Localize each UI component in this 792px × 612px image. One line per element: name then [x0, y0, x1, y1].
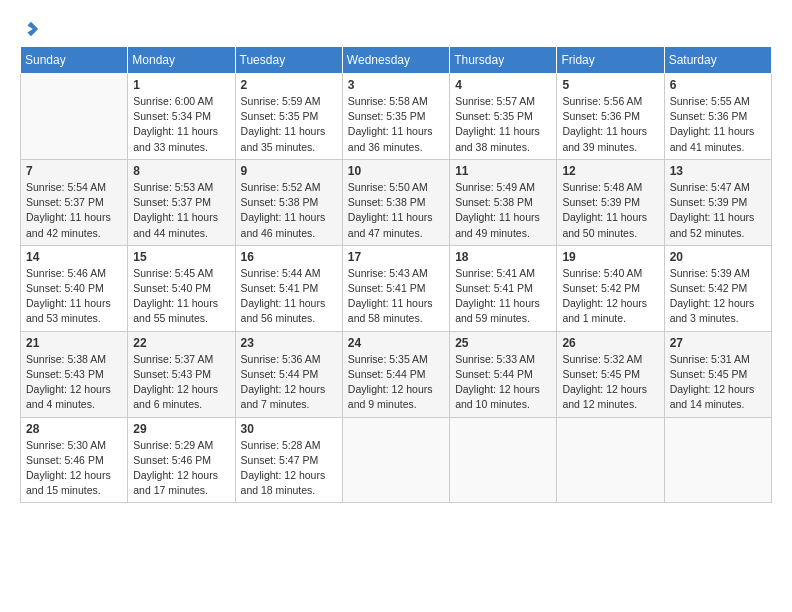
day-info: Sunrise: 5:38 AMSunset: 5:43 PMDaylight:… — [26, 352, 122, 413]
calendar-empty-cell — [342, 417, 449, 503]
day-info: Sunrise: 5:36 AMSunset: 5:44 PMDaylight:… — [241, 352, 337, 413]
day-number: 26 — [562, 336, 658, 350]
day-number: 28 — [26, 422, 122, 436]
day-number: 23 — [241, 336, 337, 350]
day-number: 29 — [133, 422, 229, 436]
day-number: 2 — [241, 78, 337, 92]
day-number: 30 — [241, 422, 337, 436]
day-number: 10 — [348, 164, 444, 178]
day-info: Sunrise: 5:43 AMSunset: 5:41 PMDaylight:… — [348, 266, 444, 327]
day-info: Sunrise: 5:30 AMSunset: 5:46 PMDaylight:… — [26, 438, 122, 499]
calendar-day-cell: 22Sunrise: 5:37 AMSunset: 5:43 PMDayligh… — [128, 331, 235, 417]
calendar-day-cell: 30Sunrise: 5:28 AMSunset: 5:47 PMDayligh… — [235, 417, 342, 503]
day-number: 17 — [348, 250, 444, 264]
day-number: 18 — [455, 250, 551, 264]
day-number: 20 — [670, 250, 766, 264]
day-info: Sunrise: 5:58 AMSunset: 5:35 PMDaylight:… — [348, 94, 444, 155]
day-info: Sunrise: 5:39 AMSunset: 5:42 PMDaylight:… — [670, 266, 766, 327]
logo-icon — [22, 20, 40, 38]
day-info: Sunrise: 5:59 AMSunset: 5:35 PMDaylight:… — [241, 94, 337, 155]
calendar-day-cell: 14Sunrise: 5:46 AMSunset: 5:40 PMDayligh… — [21, 245, 128, 331]
calendar-day-cell: 27Sunrise: 5:31 AMSunset: 5:45 PMDayligh… — [664, 331, 771, 417]
calendar-empty-cell — [21, 74, 128, 160]
day-number: 7 — [26, 164, 122, 178]
calendar-day-cell: 21Sunrise: 5:38 AMSunset: 5:43 PMDayligh… — [21, 331, 128, 417]
day-number: 13 — [670, 164, 766, 178]
day-info: Sunrise: 5:55 AMSunset: 5:36 PMDaylight:… — [670, 94, 766, 155]
day-info: Sunrise: 5:37 AMSunset: 5:43 PMDaylight:… — [133, 352, 229, 413]
calendar-day-cell: 13Sunrise: 5:47 AMSunset: 5:39 PMDayligh… — [664, 159, 771, 245]
day-header: Tuesday — [235, 47, 342, 74]
day-number: 27 — [670, 336, 766, 350]
calendar-week-row: 1Sunrise: 6:00 AMSunset: 5:34 PMDaylight… — [21, 74, 772, 160]
day-header: Monday — [128, 47, 235, 74]
calendar-table: SundayMondayTuesdayWednesdayThursdayFrid… — [20, 46, 772, 503]
calendar-day-cell: 24Sunrise: 5:35 AMSunset: 5:44 PMDayligh… — [342, 331, 449, 417]
day-header: Thursday — [450, 47, 557, 74]
calendar-day-cell: 2Sunrise: 5:59 AMSunset: 5:35 PMDaylight… — [235, 74, 342, 160]
calendar-week-row: 14Sunrise: 5:46 AMSunset: 5:40 PMDayligh… — [21, 245, 772, 331]
calendar-day-cell: 17Sunrise: 5:43 AMSunset: 5:41 PMDayligh… — [342, 245, 449, 331]
day-number: 12 — [562, 164, 658, 178]
calendar-day-cell: 23Sunrise: 5:36 AMSunset: 5:44 PMDayligh… — [235, 331, 342, 417]
day-info: Sunrise: 5:48 AMSunset: 5:39 PMDaylight:… — [562, 180, 658, 241]
calendar-day-cell: 12Sunrise: 5:48 AMSunset: 5:39 PMDayligh… — [557, 159, 664, 245]
calendar-day-cell: 16Sunrise: 5:44 AMSunset: 5:41 PMDayligh… — [235, 245, 342, 331]
day-number: 1 — [133, 78, 229, 92]
day-info: Sunrise: 5:41 AMSunset: 5:41 PMDaylight:… — [455, 266, 551, 327]
calendar-header-row: SundayMondayTuesdayWednesdayThursdayFrid… — [21, 47, 772, 74]
day-info: Sunrise: 6:00 AMSunset: 5:34 PMDaylight:… — [133, 94, 229, 155]
day-info: Sunrise: 5:50 AMSunset: 5:38 PMDaylight:… — [348, 180, 444, 241]
day-number: 24 — [348, 336, 444, 350]
day-number: 9 — [241, 164, 337, 178]
day-info: Sunrise: 5:54 AMSunset: 5:37 PMDaylight:… — [26, 180, 122, 241]
day-info: Sunrise: 5:47 AMSunset: 5:39 PMDaylight:… — [670, 180, 766, 241]
calendar-day-cell: 19Sunrise: 5:40 AMSunset: 5:42 PMDayligh… — [557, 245, 664, 331]
day-number: 14 — [26, 250, 122, 264]
calendar-day-cell: 8Sunrise: 5:53 AMSunset: 5:37 PMDaylight… — [128, 159, 235, 245]
calendar-day-cell: 1Sunrise: 6:00 AMSunset: 5:34 PMDaylight… — [128, 74, 235, 160]
day-info: Sunrise: 5:57 AMSunset: 5:35 PMDaylight:… — [455, 94, 551, 155]
day-info: Sunrise: 5:29 AMSunset: 5:46 PMDaylight:… — [133, 438, 229, 499]
calendar-day-cell: 15Sunrise: 5:45 AMSunset: 5:40 PMDayligh… — [128, 245, 235, 331]
calendar-day-cell: 25Sunrise: 5:33 AMSunset: 5:44 PMDayligh… — [450, 331, 557, 417]
day-info: Sunrise: 5:44 AMSunset: 5:41 PMDaylight:… — [241, 266, 337, 327]
calendar-week-row: 7Sunrise: 5:54 AMSunset: 5:37 PMDaylight… — [21, 159, 772, 245]
day-header: Saturday — [664, 47, 771, 74]
calendar-day-cell: 18Sunrise: 5:41 AMSunset: 5:41 PMDayligh… — [450, 245, 557, 331]
day-info: Sunrise: 5:56 AMSunset: 5:36 PMDaylight:… — [562, 94, 658, 155]
calendar-empty-cell — [664, 417, 771, 503]
day-header: Friday — [557, 47, 664, 74]
page-header — [20, 20, 772, 36]
day-number: 5 — [562, 78, 658, 92]
day-info: Sunrise: 5:35 AMSunset: 5:44 PMDaylight:… — [348, 352, 444, 413]
calendar-day-cell: 29Sunrise: 5:29 AMSunset: 5:46 PMDayligh… — [128, 417, 235, 503]
day-number: 25 — [455, 336, 551, 350]
calendar-week-row: 21Sunrise: 5:38 AMSunset: 5:43 PMDayligh… — [21, 331, 772, 417]
day-header: Wednesday — [342, 47, 449, 74]
calendar-empty-cell — [557, 417, 664, 503]
day-info: Sunrise: 5:40 AMSunset: 5:42 PMDaylight:… — [562, 266, 658, 327]
day-number: 21 — [26, 336, 122, 350]
day-number: 22 — [133, 336, 229, 350]
calendar-day-cell: 9Sunrise: 5:52 AMSunset: 5:38 PMDaylight… — [235, 159, 342, 245]
day-number: 19 — [562, 250, 658, 264]
day-number: 8 — [133, 164, 229, 178]
day-info: Sunrise: 5:31 AMSunset: 5:45 PMDaylight:… — [670, 352, 766, 413]
day-info: Sunrise: 5:49 AMSunset: 5:38 PMDaylight:… — [455, 180, 551, 241]
day-info: Sunrise: 5:46 AMSunset: 5:40 PMDaylight:… — [26, 266, 122, 327]
calendar-empty-cell — [450, 417, 557, 503]
calendar-week-row: 28Sunrise: 5:30 AMSunset: 5:46 PMDayligh… — [21, 417, 772, 503]
day-number: 3 — [348, 78, 444, 92]
day-number: 11 — [455, 164, 551, 178]
calendar-day-cell: 6Sunrise: 5:55 AMSunset: 5:36 PMDaylight… — [664, 74, 771, 160]
day-info: Sunrise: 5:45 AMSunset: 5:40 PMDaylight:… — [133, 266, 229, 327]
day-info: Sunrise: 5:52 AMSunset: 5:38 PMDaylight:… — [241, 180, 337, 241]
calendar-day-cell: 4Sunrise: 5:57 AMSunset: 5:35 PMDaylight… — [450, 74, 557, 160]
calendar-day-cell: 28Sunrise: 5:30 AMSunset: 5:46 PMDayligh… — [21, 417, 128, 503]
calendar-day-cell: 26Sunrise: 5:32 AMSunset: 5:45 PMDayligh… — [557, 331, 664, 417]
calendar-day-cell: 3Sunrise: 5:58 AMSunset: 5:35 PMDaylight… — [342, 74, 449, 160]
day-info: Sunrise: 5:33 AMSunset: 5:44 PMDaylight:… — [455, 352, 551, 413]
calendar-day-cell: 11Sunrise: 5:49 AMSunset: 5:38 PMDayligh… — [450, 159, 557, 245]
calendar-day-cell: 7Sunrise: 5:54 AMSunset: 5:37 PMDaylight… — [21, 159, 128, 245]
